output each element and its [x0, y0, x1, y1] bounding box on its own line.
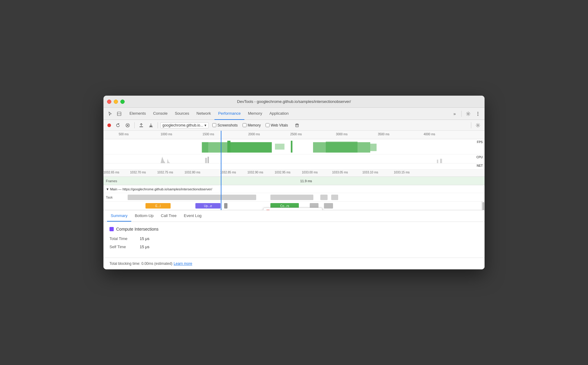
- svg-point-5: [478, 115, 479, 116]
- tab-summary[interactable]: Summary: [107, 210, 131, 222]
- func-row[interactable]: E...l Up...e Co...rs 15 μs: [103, 202, 485, 210]
- main-thread-row[interactable]: ▼ Main — https://googlechrome.github.io/…: [103, 185, 485, 193]
- self-time-row: Self Time 15 μs: [109, 245, 479, 249]
- cpu-row[interactable]: CPU: [103, 154, 485, 163]
- dock-icon[interactable]: [115, 110, 123, 118]
- webvitals-checkbox-label[interactable]: Web Vitals: [266, 123, 288, 127]
- tab-console[interactable]: Console: [149, 108, 171, 120]
- svg-marker-28: [167, 159, 170, 163]
- learn-more-link[interactable]: Learn more: [174, 261, 192, 266]
- more-tabs-button[interactable]: »: [450, 110, 459, 118]
- func-bar-small3[interactable]: [324, 203, 333, 209]
- webvitals-checkbox[interactable]: [266, 123, 270, 127]
- tm-4: 1032.85 ms: [220, 171, 236, 174]
- main-thread-label: ▼ Main — https://googlechrome.github.io/…: [103, 187, 485, 191]
- ruler-4000: 4000 ms: [423, 133, 435, 136]
- cpu-label: CPU: [476, 156, 483, 159]
- toolbar-checkboxes: Screenshots Memory Web Vitals: [212, 121, 301, 130]
- svg-point-4: [478, 113, 479, 114]
- vertical-line-func: [221, 202, 221, 210]
- self-time-value: 15 μs: [140, 245, 149, 249]
- tm-0: 1032.65 ms: [103, 171, 119, 174]
- tab-event-log[interactable]: Event Log: [180, 210, 205, 222]
- func-bar-small1[interactable]: [224, 203, 228, 209]
- svg-rect-26: [326, 142, 358, 153]
- more-options-button[interactable]: [474, 110, 482, 118]
- tab-network[interactable]: Network: [193, 108, 215, 120]
- svg-rect-22: [275, 144, 285, 150]
- tm-6: 1032.95 ms: [275, 171, 290, 174]
- toolbar-separator-3: [471, 122, 471, 128]
- vertical-line-task: [221, 193, 221, 201]
- summary-content: Compute Intersections Total Time 15 μs S…: [103, 222, 485, 258]
- minimize-button[interactable]: [114, 100, 118, 104]
- task-row[interactable]: Task: [103, 193, 485, 202]
- func-bar-update[interactable]: Up...e: [195, 203, 220, 209]
- url-filter[interactable]: googlechrome.github.io... ▾: [160, 122, 209, 128]
- time-markers-row: 1032.65 ms 1032.70 ms 1032.75 ms 1032.80…: [103, 169, 485, 177]
- svg-rect-23: [291, 141, 292, 153]
- total-time-value: 15 μs: [140, 236, 149, 241]
- screenshots-checkbox-label[interactable]: Screenshots: [212, 123, 238, 127]
- tab-bottom-up[interactable]: Bottom-Up: [131, 210, 157, 222]
- func-bar-eval[interactable]: E...l: [145, 203, 171, 209]
- tm-9: 1033.10 ms: [362, 171, 378, 174]
- toolbar-settings-button[interactable]: [474, 121, 482, 130]
- memory-checkbox-label[interactable]: Memory: [243, 123, 261, 127]
- tm-5: 1032.90 ms: [247, 171, 263, 174]
- screenshots-checkbox[interactable]: [212, 123, 216, 127]
- tab-application[interactable]: Application: [266, 108, 292, 120]
- tab-memory[interactable]: Memory: [244, 108, 266, 120]
- scrollbar-thumb[interactable]: [482, 202, 484, 210]
- memory-checkbox[interactable]: [243, 123, 247, 127]
- upload-button[interactable]: [137, 121, 145, 130]
- frames-row[interactable]: Frames 11.9 ms: [103, 177, 485, 185]
- ruler-2500: 2500 ms: [290, 133, 302, 136]
- tab-performance[interactable]: Performance: [214, 108, 244, 120]
- ruler-3500: 3500 ms: [378, 133, 389, 136]
- summary-footer: Total blocking time: 0.00ms (estimated) …: [103, 258, 485, 269]
- timeline-area[interactable]: 500 ms 1000 ms 1500 ms 2000 ms 2500 ms 3…: [103, 131, 485, 210]
- svg-rect-30: [207, 157, 209, 163]
- toolbar-separator-1: [134, 122, 135, 128]
- cpu-chart-area: [103, 154, 485, 163]
- settings-button[interactable]: [464, 110, 472, 118]
- tm-7: 1033.00 ms: [302, 171, 318, 174]
- compute-tooltip: 15 μs Compute Intersections: [263, 208, 322, 210]
- svg-rect-20: [227, 141, 231, 153]
- tab-bar-end: »: [450, 110, 482, 118]
- tab-sources[interactable]: Sources: [171, 108, 193, 120]
- delete-recording-button[interactable]: [293, 121, 301, 130]
- svg-rect-10: [139, 127, 143, 127]
- close-button[interactable]: [107, 100, 111, 104]
- tab-call-tree[interactable]: Call Tree: [157, 210, 180, 222]
- reload-button[interactable]: [114, 121, 122, 130]
- maximize-button[interactable]: [120, 100, 125, 104]
- task-label: Task: [103, 196, 128, 199]
- tab-bar-icons: [106, 110, 123, 118]
- fps-row[interactable]: FPS: [103, 139, 485, 154]
- devtools-content: Elements Console Sources Network Perform…: [103, 108, 485, 269]
- svg-rect-21: [230, 142, 272, 153]
- tab-elements[interactable]: Elements: [126, 108, 149, 120]
- task-bar-3[interactable]: [320, 195, 328, 200]
- traffic-lights: [107, 100, 125, 104]
- svg-rect-25: [370, 144, 377, 151]
- download-button[interactable]: [147, 121, 155, 130]
- task-bar-4[interactable]: [331, 195, 338, 200]
- task-bar-2[interactable]: [270, 195, 313, 200]
- record-button[interactable]: [106, 122, 113, 129]
- tooltip-indicator: [266, 210, 270, 210]
- toolbar-end: [470, 121, 482, 130]
- url-dropdown-icon: ▾: [204, 123, 206, 127]
- svg-marker-27: [161, 157, 165, 163]
- task-bar-1[interactable]: [128, 195, 256, 200]
- fps-bar-area: [103, 139, 485, 154]
- cursor-icon[interactable]: [106, 110, 114, 118]
- footer-text: Total blocking time: 0.00ms (estimated): [109, 261, 172, 266]
- net-row[interactable]: NET: [103, 163, 485, 169]
- url-filter-text: googlechrome.github.io...: [162, 123, 203, 127]
- frames-content: 11.9 ms: [128, 179, 485, 183]
- timeline-scrollbar[interactable]: [482, 202, 485, 210]
- clear-button[interactable]: [123, 121, 132, 130]
